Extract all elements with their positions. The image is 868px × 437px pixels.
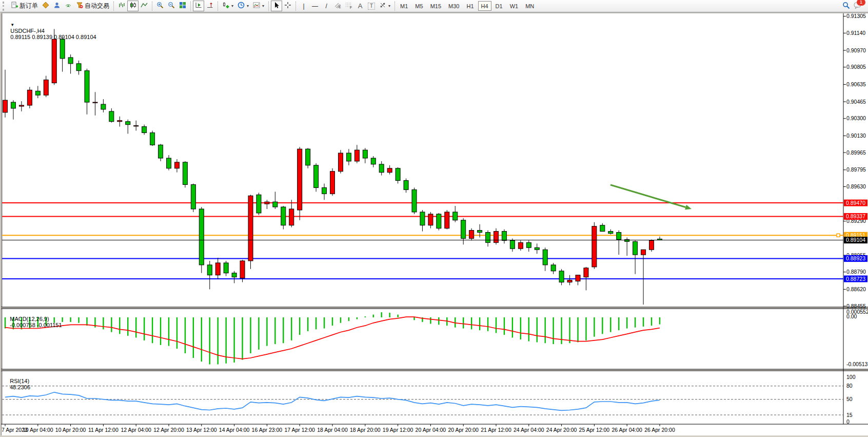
signals-button[interactable] [63,1,74,11]
line-chart-icon [141,2,148,10]
timeframe-H4[interactable]: H4 [478,1,491,11]
candle-body [543,250,547,265]
timeframe-MN[interactable]: MN [522,1,537,11]
indicators-button[interactable]: ▾ [251,1,266,11]
candle-body [453,212,458,220]
crosshair-button[interactable] [282,1,293,11]
vertical-line-tool[interactable]: | [298,1,309,11]
date-label: 11 Apr 12:00 [88,427,119,433]
candle [306,148,310,168]
price-badge-0.89470-text: 0.89470 [846,200,865,206]
candle-body [469,231,474,239]
new-order-button[interactable]: 新订单 [9,1,40,11]
candle-body [289,209,294,225]
period-button[interactable]: ▾ [235,1,251,11]
price-tick-label: 0.90970 [846,47,866,53]
toolbar-separator [268,2,269,11]
chart-title: ▼ USDCHF-,H4 0.89115 0.89139 0.89104 0.8… [4,15,96,46]
timeframe-W1[interactable]: W1 [507,1,522,11]
candle-body [3,100,8,112]
symbol-dropdown-icon[interactable]: ▼ [10,23,14,27]
date-label: 14 Apr 04:00 [219,427,250,433]
timeframe-M30[interactable]: M30 [445,1,462,11]
candlestick-chart-button[interactable] [127,1,139,11]
chart-shift-button[interactable] [204,1,215,11]
candle-body [396,168,400,181]
candle-body [633,241,638,255]
cursor-button[interactable] [271,1,282,11]
vertical-line-icon: | [300,3,307,10]
indicators-dropdown-arrow[interactable]: ▾ [262,4,264,8]
hline-handle[interactable] [837,234,840,237]
search-icon [842,2,850,11]
timeframe-H1[interactable]: H1 [463,1,477,11]
tile-windows-button[interactable] [177,1,188,11]
candle [150,131,155,146]
candle-body [526,242,531,248]
candle-body [93,102,97,103]
candle-body [126,122,130,125]
bar-chart-button[interactable] [116,1,127,11]
notifications-button[interactable]: 1 [852,1,863,11]
candle-body [371,158,376,164]
shapes-tool[interactable]: ▾ [377,1,392,11]
price-tick-label: 0.88620 [846,286,866,292]
timeframe-M1[interactable]: M1 [397,1,411,11]
candle [469,229,474,241]
candle [412,187,417,214]
date-label: 26 Apr 04:00 [611,427,642,433]
fibonacci-tool[interactable]: E [332,1,343,11]
candle-body [600,225,605,232]
rsi-scale-label: 80 [846,383,853,389]
candle-body [183,162,187,185]
grid-icon: F [345,2,352,10]
candle-body [494,232,499,243]
zoom-out-button[interactable] [166,1,177,11]
new-chart-button[interactable]: ▾ [220,1,235,11]
candle-body [354,150,359,161]
price-tick-label: 0.90300 [846,115,866,121]
horizontal-line-tool[interactable]: — [309,1,321,11]
community-button[interactable] [51,1,63,11]
autoscroll-button[interactable] [193,1,204,11]
price-tick-label: 0.91140 [846,30,865,36]
zoom-in-button[interactable] [154,1,166,11]
timeframe-D1[interactable]: D1 [492,1,506,11]
line-chart-button[interactable] [139,1,150,11]
candle [330,168,335,196]
shapes-dropdown-arrow[interactable]: ▾ [388,4,390,8]
price-tick-label: 0.88790 [846,269,866,275]
grid-tool[interactable]: F [343,1,354,11]
candle-body [101,104,106,109]
autotrade-button[interactable]: 自动交易 [74,1,111,11]
candle-body [608,232,613,234]
svg-text:E: E [339,5,341,9]
fibonacci-icon: E [334,2,341,10]
label-tool[interactable]: T [366,1,377,11]
candle-body [584,268,588,277]
date-label: 10 Apr 20:00 [55,427,86,433]
candle-body [265,202,269,204]
price-tick-label: 0.91305 [846,13,866,19]
toolbar: 新订单 自动交易 [0,0,868,12]
period-dropdown-arrow[interactable]: ▾ [247,4,249,8]
bar-chart-icon [118,2,125,10]
chart-title-ohlc: 0.89115 0.89139 0.89104 0.89104 [10,34,96,40]
text-tool[interactable]: A [354,1,366,11]
new-chart-dropdown-arrow[interactable]: ▾ [231,4,233,8]
chart-canvas[interactable]: 0.913050.911400.909700.908050.906350.904… [0,0,868,437]
signals-beacon-icon [65,2,72,10]
market-button[interactable] [40,1,51,11]
trendline-tool[interactable]: / [321,1,332,11]
timeframe-M15[interactable]: M15 [427,1,444,11]
candle-body [174,162,179,168]
candle-body [298,149,302,210]
svg-text:F: F [350,6,352,9]
toolbar-grip[interactable] [3,2,7,11]
candle-body [76,64,81,71]
candle-body [257,195,261,213]
price-badge-0.89337-text: 0.89337 [846,213,865,219]
candle-body [224,263,228,273]
timeframe-M5[interactable]: M5 [412,1,426,11]
search-button[interactable] [840,1,852,11]
